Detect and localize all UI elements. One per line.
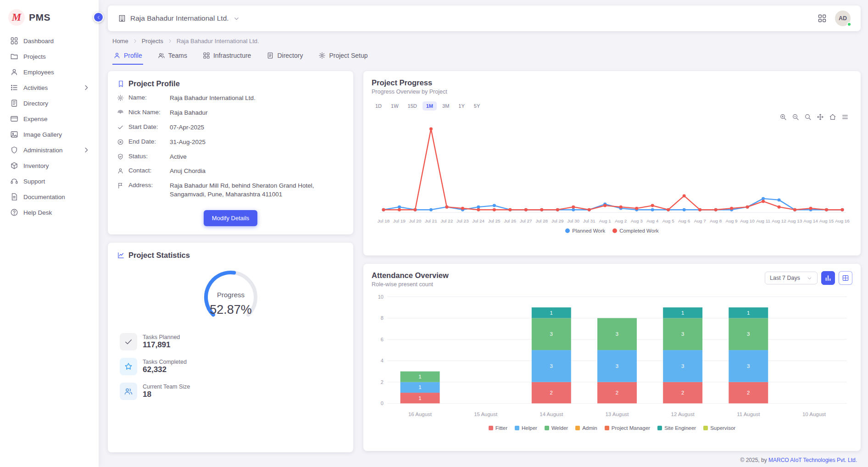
user-avatar[interactable]: AD: [835, 11, 851, 26]
stat-item-tasks-planned: Tasks Planned 117,891: [120, 333, 344, 350]
content: Project Profile Name: Raja Bahadur Inter…: [108, 71, 861, 452]
footer-link[interactable]: MARCO AIoT Technologies Pvt. Ltd.: [768, 457, 857, 463]
svg-text:Jul 23: Jul 23: [456, 218, 469, 223]
sidebar: M PMS Dashboard Projects Employees Activ…: [0, 0, 99, 467]
legend-site-engineer[interactable]: Site Engineer: [657, 425, 696, 431]
shortcuts-button[interactable]: [818, 14, 827, 23]
svg-text:1: 1: [418, 374, 421, 379]
sidebar-item-label: Documentation: [23, 194, 65, 200]
tab-infrastructure[interactable]: Infrastructure: [202, 49, 252, 65]
field-value: Active: [170, 153, 344, 161]
svg-text:Jul 19: Jul 19: [393, 218, 406, 223]
app-logo[interactable]: M PMS: [0, 3, 99, 33]
sidebar-item-image-gallery[interactable]: Image Gallery: [0, 127, 99, 142]
bars-chart-icon: [824, 274, 832, 282]
reset-zoom-button[interactable]: [829, 113, 836, 121]
zoom-in-button[interactable]: [779, 113, 787, 121]
tab-directory[interactable]: Directory: [266, 49, 304, 65]
user-icon: [113, 52, 121, 59]
range-1w[interactable]: 1W: [387, 101, 402, 111]
sidebar-item-help-desk[interactable]: Help Desk: [0, 205, 99, 220]
stat-label: Current Team Size: [143, 384, 190, 390]
sidebar-item-documentation[interactable]: Documentation: [0, 189, 99, 205]
svg-text:11 August: 11 August: [737, 411, 760, 417]
breadcrumb-item-home[interactable]: Home: [112, 38, 128, 44]
menu-button[interactable]: [841, 113, 849, 121]
svg-text:2: 2: [747, 390, 750, 395]
footer: © 2025, by MARCO AIoT Technologies Pvt. …: [108, 457, 857, 463]
breadcrumb-item-raja-bahadur-international-ltd[interactable]: Raja Bahadur International Ltd.: [177, 38, 259, 44]
tab-profile[interactable]: Profile: [112, 49, 143, 65]
tab-label: Infrastructure: [213, 52, 251, 59]
table-view-button[interactable]: [839, 271, 852, 285]
team-icon-box: [120, 383, 137, 400]
legend-admin[interactable]: Admin: [575, 425, 597, 431]
svg-text:Jul 18: Jul 18: [378, 218, 390, 223]
range-1m[interactable]: 1M: [423, 101, 437, 111]
breadcrumb-item-projects[interactable]: Projects: [142, 38, 163, 44]
legend-welder[interactable]: Welder: [545, 425, 568, 431]
svg-text:10: 10: [378, 294, 384, 300]
team-icon: [124, 387, 133, 396]
legend-completed-work[interactable]: Completed Work: [612, 228, 658, 234]
shortcuts-icon: [818, 14, 827, 23]
chart-view-button[interactable]: [821, 271, 835, 285]
range-5y[interactable]: 5Y: [470, 101, 484, 111]
profile-field-name: Name: Raja Bahadur International Ltd.: [117, 94, 344, 103]
pan-button[interactable]: [817, 113, 824, 121]
progress-gauge-wrap: Progress52.87%: [117, 264, 344, 326]
sidebar-item-dashboard[interactable]: Dashboard: [0, 33, 99, 49]
attendance-card-subtitle: Role-wise present count: [372, 281, 449, 288]
statistics-card-header: Project Statistics: [117, 251, 344, 260]
legend-helper[interactable]: Helper: [515, 425, 537, 431]
project-progress-chart[interactable]: Jul 18Jul 19Jul 20Jul 21Jul 22Jul 23Jul …: [372, 117, 852, 226]
sidebar-item-activities[interactable]: Activities: [0, 80, 99, 95]
documentation-icon: [10, 193, 18, 201]
range-15d[interactable]: 15D: [404, 101, 421, 111]
sidebar-item-inventory[interactable]: Inventory: [0, 158, 99, 173]
range-1d[interactable]: 1D: [372, 101, 385, 111]
svg-text:Aug 15: Aug 15: [819, 218, 834, 223]
progress-card-subtitle: Progress Overview by Project: [372, 89, 852, 95]
range-1y[interactable]: 1Y: [455, 101, 468, 111]
stat-item-current-team-size: Current Team Size 18: [120, 383, 344, 400]
legend-supervisor[interactable]: Supervisor: [703, 425, 735, 431]
chart-toolbar: [779, 113, 849, 121]
flag-icon: [117, 182, 124, 189]
sidebar-item-expense[interactable]: Expense: [0, 111, 99, 127]
profile-actions: Modify Details: [117, 210, 344, 226]
svg-text:1: 1: [681, 310, 684, 316]
legend-fitter[interactable]: Fitter: [489, 425, 507, 431]
modify-details-button[interactable]: Modify Details: [204, 210, 258, 226]
svg-text:3: 3: [681, 363, 684, 369]
svg-text:Aug 14: Aug 14: [803, 218, 818, 223]
left-column: Project Profile Name: Raja Bahadur Inter…: [108, 71, 353, 452]
tab-project-setup[interactable]: Project Setup: [317, 49, 368, 65]
tab-teams[interactable]: Teams: [157, 49, 188, 65]
legend-planned-work[interactable]: Planned Work: [565, 228, 605, 234]
attendance-chart[interactable]: 024681016 August11115 August14 August233…: [372, 290, 852, 423]
svg-text:Aug 12: Aug 12: [772, 218, 786, 223]
sidebar-collapse-button[interactable]: [93, 12, 104, 22]
svg-text:3: 3: [616, 363, 618, 369]
field-label: Nick Name:: [128, 109, 165, 116]
sidebar-item-directory[interactable]: Directory: [0, 95, 99, 111]
company-selector[interactable]: Raja Bahadur International Ltd.: [118, 14, 240, 22]
svg-text:2: 2: [381, 379, 384, 385]
sidebar-item-administration[interactable]: Administration: [0, 142, 99, 158]
field-label: End Date:: [128, 138, 165, 145]
legend-project-manager[interactable]: Project Manager: [605, 425, 650, 431]
sidebar-item-support[interactable]: Support: [0, 173, 99, 189]
selection-zoom-button[interactable]: [804, 113, 812, 121]
field-value: 31-Aug-2025: [170, 138, 344, 147]
sidebar-item-projects[interactable]: Projects: [0, 49, 99, 64]
sidebar-item-employees[interactable]: Employees: [0, 64, 99, 80]
check-icon: [117, 124, 124, 131]
range-3m[interactable]: 3M: [439, 101, 453, 111]
legend-marker: [575, 426, 580, 430]
zoom-out-button[interactable]: [792, 113, 799, 121]
projects-icon: [10, 52, 18, 61]
days-filter-select[interactable]: Last 7 Days: [765, 272, 818, 284]
chevron-right-icon: [167, 38, 173, 44]
profile-field-end-date: End Date: 31-Aug-2025: [117, 138, 344, 147]
